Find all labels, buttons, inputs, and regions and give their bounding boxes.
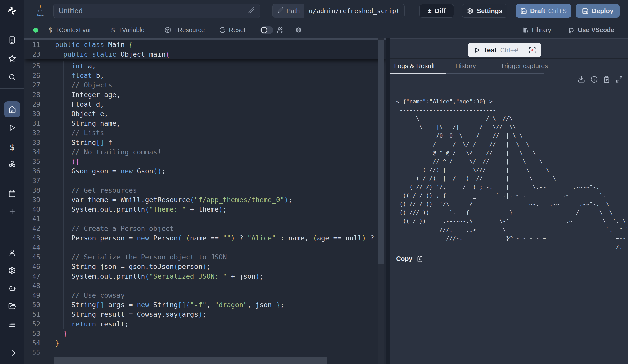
copy-button[interactable]: Copy xyxy=(396,255,423,263)
windmill-logo-icon[interactable] xyxy=(7,6,17,16)
pencil-icon xyxy=(277,7,283,15)
line-number: 41 xyxy=(24,214,40,224)
add-plus-icon[interactable] xyxy=(8,208,16,216)
package-icon xyxy=(164,27,171,33)
line-number: 29 xyxy=(24,100,40,109)
add-resource-label: +Resource xyxy=(174,26,205,34)
java-language-icon: Java xyxy=(35,5,45,17)
line-number: 47 xyxy=(24,271,40,281)
settings-label: Settings xyxy=(477,7,503,15)
sidebar-item-home[interactable] xyxy=(4,101,20,117)
code-line: 50 String[] args = new String[]{"-f", "d… xyxy=(24,300,386,310)
path-value: u/admin/refreshed_script xyxy=(304,4,404,18)
schedules-calendar-icon[interactable] xyxy=(8,190,16,197)
line-number: 49 xyxy=(24,291,40,300)
favorites-star-icon[interactable] xyxy=(8,55,16,62)
library-button[interactable]: Library xyxy=(522,22,551,38)
code-line: 38 // Get resources xyxy=(24,186,386,195)
line-number: 53 xyxy=(24,329,40,338)
resources-boxes-icon[interactable] xyxy=(8,160,16,168)
plus-minus-icon: ± xyxy=(428,7,431,14)
draft-button[interactable]: Draft Ctrl+S xyxy=(516,4,571,18)
code-line: 52 return result; xyxy=(24,319,386,329)
draft-label: Draft xyxy=(530,7,545,15)
horizontal-scrollbar-thumb[interactable] xyxy=(54,357,327,364)
logs-list-icon[interactable] xyxy=(8,321,16,329)
code-line: 55 xyxy=(24,348,386,357)
vertical-scrollbar[interactable] xyxy=(378,38,384,364)
code-line: 27 // Objects xyxy=(24,80,386,90)
code-line: 43 Person person = new Person( (name == … xyxy=(24,233,386,243)
use-vscode-button[interactable]: Use VScode xyxy=(567,22,614,38)
line-number: 34 xyxy=(24,147,40,157)
code-line: 46 String json = gson.toJson(person); xyxy=(24,262,386,271)
assistant-toggle[interactable] xyxy=(260,26,273,34)
folders-icon[interactable] xyxy=(8,302,16,310)
settings-gear-icon[interactable] xyxy=(8,267,16,275)
vertical-scrollbar-thumb[interactable] xyxy=(378,40,384,264)
capture-button[interactable] xyxy=(526,44,539,56)
search-icon[interactable] xyxy=(8,73,16,81)
script-title-input[interactable]: Untitled xyxy=(53,4,260,18)
workspace-building-icon[interactable] xyxy=(8,36,16,44)
path-field[interactable]: Path u/admin/refreshed_script xyxy=(272,4,405,18)
code-line: 37 xyxy=(24,176,386,186)
svg-text:Java: Java xyxy=(36,13,44,17)
test-label: Test xyxy=(483,46,497,54)
line-number: 35 xyxy=(24,157,40,166)
line-number: 38 xyxy=(24,186,40,195)
left-sidebar: $ xyxy=(0,0,24,364)
add-variable-button[interactable]: $ +Variable xyxy=(111,22,144,38)
pill-divider xyxy=(523,46,523,55)
use-vscode-label: Use VScode xyxy=(578,26,614,34)
save-icon xyxy=(582,8,589,14)
horizontal-scrollbar[interactable] xyxy=(24,357,386,364)
code-line: 47 System.out.println("Serialized JSON: … xyxy=(24,271,386,281)
active-tab-indicator xyxy=(390,73,446,74)
code-line: 49 // Use cowsay xyxy=(24,291,386,300)
tab-logs-result[interactable]: Logs & Result xyxy=(394,59,435,73)
toggle-knob xyxy=(261,27,267,33)
line-number: 32 xyxy=(24,128,40,138)
test-button[interactable]: Test Ctrl+↵ xyxy=(468,43,541,57)
settings-button[interactable]: Settings xyxy=(462,4,507,18)
add-resource-button[interactable]: +Resource xyxy=(164,22,205,38)
script-title-value: Untitled xyxy=(59,7,248,15)
user-icon[interactable] xyxy=(8,249,16,256)
refresh-icon xyxy=(219,27,226,33)
runs-play-icon[interactable] xyxy=(8,124,16,132)
code-editor[interactable]: 25 int a,26 float b,27 // Objects28 Inte… xyxy=(24,38,386,364)
deploy-button[interactable]: Deploy xyxy=(576,4,620,18)
diff-button[interactable]: ± Diff xyxy=(419,4,454,18)
collapse-arrow-icon[interactable] xyxy=(8,349,16,357)
code-line: 29 Float d, xyxy=(24,100,386,109)
add-context-var-button[interactable]: $ +Context var xyxy=(48,22,91,38)
code-line: 40 System.out.println("Theme: " + theme)… xyxy=(24,205,386,214)
line-number: 39 xyxy=(24,195,40,205)
clipboard-paste-icon[interactable] xyxy=(603,76,610,83)
code-line: 41 xyxy=(24,214,386,224)
line-number: 28 xyxy=(24,90,40,100)
variables-dollar-icon[interactable]: $ xyxy=(10,142,15,152)
gear-icon xyxy=(467,8,474,14)
editor-settings-button[interactable] xyxy=(295,22,302,38)
code-line: 53 } xyxy=(24,329,386,338)
code-line: 33 String[] f xyxy=(24,138,386,147)
line-number: 37 xyxy=(24,176,40,186)
tab-trigger-captures[interactable]: Trigger captures xyxy=(501,59,548,73)
expand-icon[interactable] xyxy=(615,76,623,83)
line-number: 42 xyxy=(24,224,40,233)
path-label-segment: Path xyxy=(273,4,304,18)
download-icon[interactable] xyxy=(578,76,585,83)
edit-pencil-icon[interactable] xyxy=(248,7,255,15)
test-header: Test Ctrl+↵ xyxy=(390,39,628,59)
collaborators-button[interactable] xyxy=(277,22,284,38)
code-line: 28 Integer age, xyxy=(24,90,386,100)
info-icon[interactable] xyxy=(590,76,598,83)
deploy-label: Deploy xyxy=(592,7,614,15)
workers-robot-icon[interactable] xyxy=(8,284,16,292)
line-number: 50 xyxy=(24,300,40,310)
reset-button[interactable]: Reset xyxy=(219,22,245,38)
code-line: 23 public static Object main( xyxy=(24,50,386,59)
tab-history[interactable]: History xyxy=(455,59,476,73)
